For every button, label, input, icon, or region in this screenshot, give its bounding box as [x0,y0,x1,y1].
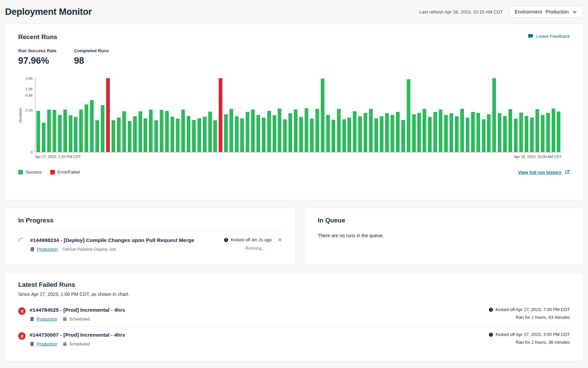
chart-bar[interactable] [310,119,314,152]
chart-bar[interactable] [58,115,62,152]
chart-bar[interactable] [492,78,496,152]
chart-bar[interactable] [278,109,281,152]
chart-bar[interactable] [160,110,163,152]
chart-bar[interactable] [47,110,51,152]
chart-bar[interactable] [337,109,341,152]
chart-bar[interactable] [315,109,319,152]
chart-bar[interactable] [149,110,153,152]
chart-bar[interactable] [347,118,351,152]
chart-bar[interactable] [90,100,94,152]
chart-bar[interactable] [401,120,405,152]
chart-bar[interactable] [294,110,298,152]
view-full-run-history-link[interactable]: View full run history [518,170,570,175]
chart-bar[interactable] [417,113,421,152]
chart-bar[interactable] [176,119,180,152]
chart-bar[interactable] [171,117,174,152]
chart-bar[interactable] [369,109,373,152]
chart-bar[interactable] [407,79,410,152]
leave-feedback-link[interactable]: Leave Feedback [528,33,570,39]
chart-bar[interactable] [138,111,142,152]
chart-bar[interactable] [444,115,448,152]
chart-bar[interactable] [133,116,137,152]
chart-bar[interactable] [321,79,324,152]
chart-bar[interactable] [428,117,432,152]
environment-dropdown[interactable]: Environment Production [509,6,583,18]
environment-link[interactable]: Production [36,316,57,321]
chart-bar[interactable] [235,116,239,152]
chart-bar[interactable] [42,123,45,152]
chart-bar[interactable] [439,110,442,152]
environment-chip[interactable]: Production [30,247,58,252]
chart-bar[interactable] [326,115,330,152]
chart-bar[interactable] [267,111,271,152]
chart-bar[interactable] [187,116,190,152]
chart-bar[interactable] [181,110,185,152]
chart-bar[interactable] [165,111,169,152]
chart-bar[interactable] [423,109,426,152]
chart-bar[interactable] [455,116,459,152]
chart-bar[interactable] [79,110,83,152]
chart-bar[interactable] [95,120,99,152]
chart-bar[interactable] [63,110,67,152]
chart-bar[interactable] [535,109,539,152]
chart-bar[interactable] [412,114,416,152]
chart-bar[interactable] [122,111,126,152]
chart-bar[interactable] [503,116,507,152]
chart-bar[interactable] [471,112,475,152]
chart-bar[interactable] [117,118,121,152]
chart-bar[interactable] [557,112,560,152]
chart-bar[interactable] [213,120,217,152]
chart-bar[interactable] [305,108,308,152]
chart-bar[interactable] [519,113,523,152]
environment-link[interactable]: Production [36,341,57,346]
chart-bar[interactable] [391,115,394,152]
chart-bar[interactable] [240,118,244,152]
chart-bar[interactable] [106,78,110,152]
chart-bar[interactable] [192,120,196,152]
chart-bar[interactable] [433,112,437,152]
chart-bar[interactable] [450,113,453,152]
chart-bar[interactable] [508,109,512,152]
chart-bar[interactable] [460,109,464,152]
chart-bar[interactable] [546,113,550,152]
environment-link[interactable]: Production [37,247,58,252]
chart-bar[interactable] [256,115,260,152]
chart-bar[interactable] [74,117,78,152]
chart-bar[interactable] [144,118,147,152]
chart-bar[interactable] [128,121,131,152]
chart-bar[interactable] [358,116,362,152]
chart-bar[interactable] [299,117,303,152]
chart-bar[interactable] [262,118,266,152]
chart-bar[interactable] [466,118,469,152]
environment-chip[interactable]: Production [30,316,57,321]
chart-bar[interactable] [380,116,383,152]
chart-bar[interactable] [552,109,555,152]
chart-bar[interactable] [197,118,201,152]
chart-bar[interactable] [154,120,158,152]
chart-bar[interactable] [332,120,335,152]
chart-bar[interactable] [283,119,287,152]
chart-bar[interactable] [530,118,534,152]
chart-bar[interactable] [353,111,357,152]
chart-bar[interactable] [514,119,518,152]
chart-bar[interactable] [219,78,222,152]
chart-bar[interactable] [112,120,115,152]
chart-bar[interactable] [482,119,486,152]
chart-bar[interactable] [69,115,72,152]
chart-bar[interactable] [203,117,207,152]
chart-bar[interactable] [101,105,104,152]
chart-bar[interactable] [85,104,88,152]
chart-bar[interactable] [476,113,480,152]
chart-bar[interactable] [273,115,276,152]
close-icon[interactable]: ✕ [278,237,282,242]
chart-bar[interactable] [374,118,378,152]
chart-bar[interactable] [208,112,212,152]
chart-bar[interactable] [53,110,56,152]
chart-bar[interactable] [288,113,292,152]
chart-bar[interactable] [396,112,400,152]
chart-bar[interactable] [251,110,255,152]
chart-bar[interactable] [364,113,367,152]
chart-bar[interactable] [224,114,228,152]
chart-bar[interactable] [487,114,491,152]
chart-bar[interactable] [36,111,40,152]
